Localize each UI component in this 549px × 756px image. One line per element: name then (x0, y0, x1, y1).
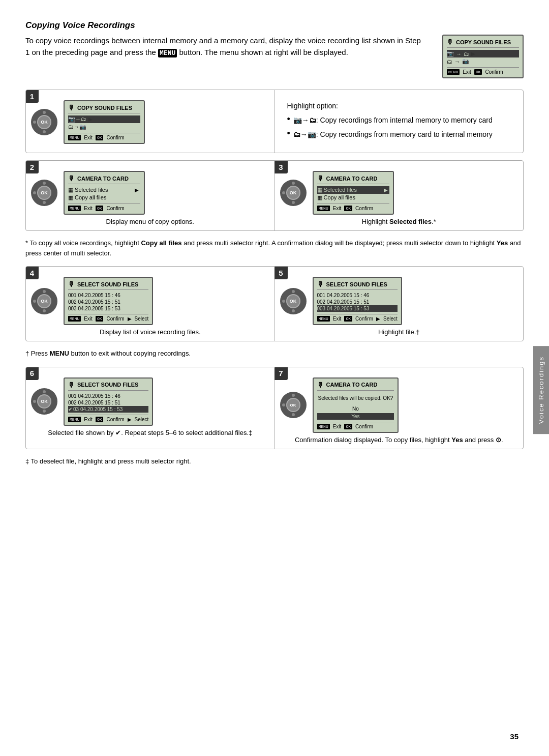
intro-text: To copy voice recordings between interna… (25, 35, 427, 59)
step2-menu-btn: MENU (68, 206, 81, 211)
step5-content: OK 🎙 SELECT SOUND FILES 001 04.20.2005 1… (280, 277, 518, 325)
step5-dial-outer: OK (280, 288, 307, 314)
step6-menu-btn: MENU (68, 417, 81, 422)
step3-lcd-title: 🎙 CAMERA TO CARD (317, 175, 389, 184)
step5-dot-left (282, 300, 285, 303)
step3-row1: ▦ Selected files ▶ (317, 186, 389, 194)
step5-footer: MENU Exit OK Confirm ▶ Select (317, 314, 398, 322)
step5-select-label: Select (383, 316, 398, 322)
steps-6-7-row: 6 OK 🎙 SELECT SOUND FILES 001 04.20.2005… (25, 367, 524, 449)
menu-key: MENU (158, 49, 177, 57)
step4-file2: 002 04.20.2005 15 : 51 (68, 299, 148, 305)
step1-confirm-label: Confirm (106, 135, 124, 140)
step7-dot-bottom (292, 413, 295, 416)
step1-ok-btn: OK (96, 135, 104, 140)
step4-select-label: Select (135, 316, 149, 322)
step4-number: 4 (25, 266, 39, 279)
step3-menu-btn: MENU (317, 206, 330, 211)
step7-dot-top (292, 394, 295, 397)
step1-bullet2: • 🗂→📷: Copy recordings from memory card … (287, 129, 511, 140)
footer-confirm-label: Confirm (485, 69, 503, 75)
step5-file1: 001 04.20.2005 15 : 46 (317, 292, 398, 299)
step2-half: 2 OK 🎙 CAMERA TO CARD ▦ Selected files ▶ (26, 161, 274, 230)
step6-dial: OK (31, 388, 57, 415)
side-tab: Voice Recordings (533, 346, 549, 434)
step3-row2: ▦ Copy all files (317, 194, 389, 201)
step6-lcd: 🎙 SELECT SOUND FILES 001 04.20.2005 15 :… (64, 377, 153, 426)
step4-confirm: Confirm (106, 316, 124, 322)
step6-file3: ✔03 04.20.2005 15 : 53 (68, 406, 148, 413)
step5-file3: 003 04.20.2005 15 : 53 (317, 305, 398, 312)
step6-title-text: SELECT SOUND FILES (77, 382, 138, 388)
step4-title-text: SELECT SOUND FILES (77, 281, 138, 287)
step4-content: OK 🎙 SELECT SOUND FILES 001 04.20.2005 1… (31, 277, 269, 325)
page-number: 35 (510, 732, 518, 741)
step2-lcd-title: 🎙 CAMERA TO CARD (68, 175, 140, 184)
step6-desc: Selected file shown by ✔. Repeat steps 5… (31, 429, 269, 437)
mem-card-icon: 🗂 (464, 51, 469, 57)
steps-2-3-row: 2 OK 🎙 CAMERA TO CARD ▦ Selected files ▶ (25, 160, 524, 231)
step6-select-arrow: ▶ (128, 417, 132, 422)
bullet-dot2: • (287, 129, 290, 138)
step4-file3: 003 04.20.2005 15 : 53 (68, 305, 148, 312)
step6-dial-outer: OK (31, 388, 57, 415)
step5-mic: 🎙 (317, 280, 324, 288)
step3-number: 3 (274, 160, 288, 173)
step6-half: 6 OK 🎙 SELECT SOUND FILES 001 04.20.2005… (26, 367, 274, 449)
step3-dot-top (292, 182, 295, 185)
arrow-right-icon: → (456, 51, 462, 57)
step1-lcd: 🎙 COPY SOUND FILES 📷→🗂 ▶ 🗂→📷 MENU Exit O… (64, 100, 145, 144)
step3-dial-outer: OK (280, 180, 307, 206)
step6-dot-bottom (43, 410, 46, 413)
step2-dial-inner: OK (37, 186, 51, 200)
dial-dot-left (33, 121, 36, 124)
step4-dial: OK (31, 288, 57, 314)
step4-half: 4 OK 🎙 SELECT SOUND FILES 001 04.20.2005… (26, 267, 274, 341)
step6-lcd-title: 🎙 SELECT SOUND FILES (68, 381, 148, 391)
step6-select-label: Select (135, 417, 149, 422)
step6-dial-inner: OK (37, 394, 51, 409)
step6-file1: 001 04.20.2005 15 : 46 (68, 393, 148, 399)
step2-ok-btn: OK (96, 206, 104, 211)
step2-confirm: Confirm (106, 206, 124, 211)
step2-footer: MENU Exit OK Confirm (68, 203, 140, 211)
step5-title-text: SELECT SOUND FILES (326, 281, 387, 287)
step7-yes: Yes (317, 413, 394, 420)
step6-content: OK 🎙 SELECT SOUND FILES 001 04.20.2005 1… (31, 377, 269, 426)
step1-menu-btn: MENU (68, 135, 81, 140)
step3-title-text: CAMERA TO CARD (326, 176, 378, 182)
step7-title-text: CAMERA TO CARD (326, 382, 378, 388)
step7-ok-btn: OK (344, 424, 352, 429)
intro-lcd-row1: 📷 → 🗂 ▶ (447, 50, 519, 57)
step7-number: 7 (274, 367, 288, 380)
step3-copy-all: ▦ Copy all files (317, 194, 355, 201)
bullet1-text: 📷→🗂: Copy recordings from internal memor… (293, 114, 493, 126)
step1-lcd-title: 🎙 COPY SOUND FILES (68, 104, 140, 113)
step1-highlight: Highlight option: • 📷→🗂: Copy recordings… (280, 95, 518, 148)
step2-dot-bottom (43, 201, 46, 204)
step1-arrow: ▶ (88, 117, 93, 122)
step7-dot-left (282, 403, 285, 406)
section-title: Copying Voice Recordings (25, 20, 524, 31)
step6-mic: 🎙 (68, 381, 75, 389)
step2-content: OK 🎙 CAMERA TO CARD ▦ Selected files ▶ ▦… (31, 171, 269, 215)
step4-mic: 🎙 (68, 280, 75, 288)
mem-internal-icon: 📷 (447, 50, 454, 57)
step4-select-arrow: ▶ (128, 316, 132, 322)
step6-dot-left (33, 400, 36, 403)
footnote-star: * To copy all voice recordings, highligh… (25, 238, 524, 258)
step6-dot-top (43, 390, 46, 393)
step4-lcd: 🎙 SELECT SOUND FILES 001 04.20.2005 15 :… (64, 277, 153, 325)
step6-ok-btn: OK (96, 417, 104, 422)
intro-lcd-footer: MENU Exit OK Confirm (447, 67, 519, 75)
step5-half: 5 OK 🎙 SELECT SOUND FILES 001 04.20.2005… (274, 267, 524, 341)
step4-desc: Display list of voice recording files. (31, 328, 269, 336)
step2-selected-files: ▦ Selected files (68, 187, 108, 193)
step5-desc: Highlight file.† (280, 328, 518, 336)
step3-content: OK 🎙 CAMERA TO CARD ▦ Selected files ▶ ▦… (280, 171, 518, 215)
step4-file1: 001 04.20.2005 15 : 46 (68, 292, 148, 299)
intro-lcd-row2: 🗂 → 📷 (447, 57, 519, 65)
step4-dial-outer: OK (31, 288, 57, 314)
step5-dot-top (292, 290, 295, 293)
step4-ok-btn: OK (96, 316, 104, 322)
